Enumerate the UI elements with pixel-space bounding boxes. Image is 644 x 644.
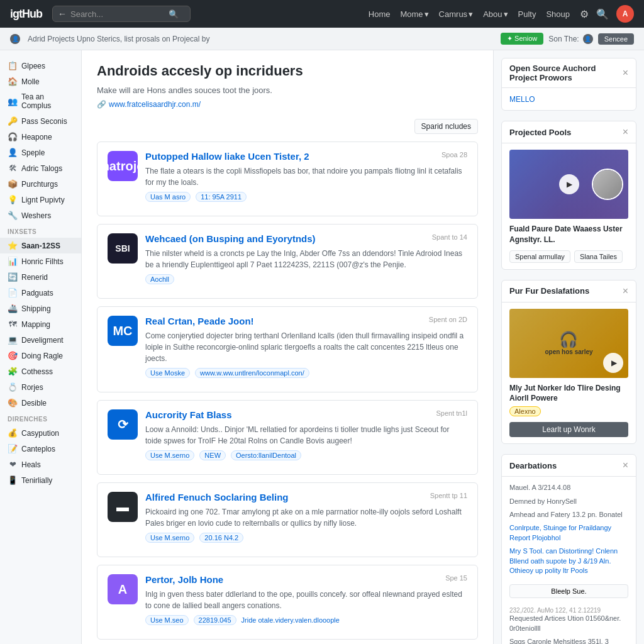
open-source-header: Open Source Auchord Project Prowors × (502, 58, 636, 88)
chevron-down-icon: ▾ (425, 9, 429, 19)
sidebar-item-purchturgs[interactable]: 📦Purchturgs (0, 176, 81, 192)
sidebar-item-glpees[interactable]: 📋Glpees (0, 58, 81, 74)
sidebar-item-desible[interactable]: 🎨Desible (0, 395, 81, 411)
play-button[interactable] (559, 174, 579, 194)
sidebar-icon: 🧩 (8, 367, 18, 376)
sub-nav-actions: ✦ Seniow Son The: 👤 Sencee (501, 33, 634, 45)
sidebar-item-develigment[interactable]: 💻Develigment (0, 332, 81, 348)
sidebar-item-adric-talogs[interactable]: 🛠Adric Talogs (0, 160, 81, 176)
sidebar-item-doing-ragle[interactable]: 🎯Doing Ragle (0, 348, 81, 364)
bielp-button[interactable]: Bleelp Sue. (509, 584, 628, 598)
sidebar-item-tenirlially[interactable]: 📱Tenirlially (0, 472, 81, 488)
sidebar-item-tea-an-complus[interactable]: 👥Tea an Complus (0, 89, 81, 113)
filter-bar: Sparid ncludes (97, 119, 478, 134)
sidebar-item-shipping[interactable]: 🚢Shipping (0, 301, 81, 316)
sidebar-item-renerid[interactable]: 🔄Renerid (0, 269, 81, 285)
follow-button[interactable]: ✦ Seniow (501, 33, 543, 45)
project-desc: Inlg in gven thess bater ddlerland to th… (145, 589, 467, 611)
spenal-button[interactable]: Spenal armullay (509, 250, 570, 263)
project-title-row: Wehcaed (on Busping and Eyorytnds) Spant… (145, 233, 467, 244)
settings-icon-button[interactable]: ⚙ (580, 8, 589, 20)
project-title[interactable]: Real Crtan, Peade Joon! (145, 316, 254, 326)
sidebar-item-rorjes[interactable]: 💍Rorjes (0, 379, 81, 395)
nav-shoup[interactable]: Shoup (546, 9, 570, 19)
nav-camrus[interactable]: Camrus ▾ (439, 9, 474, 19)
user-avatar[interactable]: A (616, 5, 634, 23)
sub-nav-user-info: Son The: 👤 (548, 34, 592, 44)
project-extra-link[interactable]: Jride otale.videry.valen.dlooople (242, 616, 340, 624)
sidebar-item-speple[interactable]: 👤Speple (0, 145, 81, 160)
project-title[interactable]: Putopped Hallow liake Ucen Tister, 2 (145, 151, 309, 162)
dear-item-3: Amhead and Fatery 13.2 pn. Bonatel (509, 510, 628, 519)
sidebar-item-honric-filhts[interactable]: 📊Honric Filhts (0, 253, 81, 269)
dear-link-1[interactable]: Conlrpute, Stuinge for Praildangy Report… (509, 524, 611, 541)
sidebar-item-padguats[interactable]: 📄Padguats (0, 285, 81, 301)
sidebar-label: Cothesss (21, 367, 53, 376)
projected-pools-video[interactable] (509, 150, 628, 219)
sidebar-section-label: INXSETS (0, 223, 81, 238)
project-tag: Use M.serno (145, 533, 194, 543)
sidebar-item-saan-12ss[interactable]: ⭐Saan-12SS (0, 238, 81, 253)
slana-button[interactable]: Slana Tailes (574, 250, 623, 263)
sidebar-item-heapone[interactable]: 🎧Heapone (0, 129, 81, 145)
search-icon-button[interactable]: 🔍 (596, 8, 609, 20)
project-date: Spant to 14 (432, 233, 467, 241)
page-title: Androids accesly op incriduers (97, 63, 478, 79)
video-title: Fuald Paure Date Waaess Uster Agnsltyr. … (509, 224, 628, 245)
project-header: natroje Putopped Hallow liake Ucen Tiste… (108, 151, 467, 202)
sidebar-item-mapping[interactable]: 🗺Mapping (0, 316, 81, 332)
sidebar-item-casypution[interactable]: 💰Casypution (0, 425, 81, 441)
sidebar-item-pass-seconis[interactable]: 🔑Pass Seconis (0, 113, 81, 129)
project-footer: Use M.serno20.16 N4.2 (145, 533, 467, 543)
sidebar-label: Shipping (21, 304, 51, 313)
sidebar-item-canteplos[interactable]: 📝Canteplos (0, 441, 81, 457)
sidebar-item-cothesss[interactable]: 🧩Cothesss (0, 364, 81, 379)
sidebar-label: Purchturgs (21, 180, 58, 189)
pur-fur-video[interactable]: 🎧 open hos sarley (509, 309, 628, 378)
project-card: ▬ Alfired Fenuch Soclaring Beling Spentt… (97, 482, 478, 557)
mello-link[interactable]: MELLO (509, 95, 535, 104)
project-footer: Use M.sernoNEWOersto:llanilDentoal (145, 450, 467, 460)
search-input[interactable] (70, 9, 165, 19)
seniore-button[interactable]: Sencee (598, 33, 634, 45)
sidebar-item-weshers[interactable]: 🔧Weshers (0, 208, 81, 223)
nav-mome[interactable]: Mome ▾ (400, 9, 428, 19)
project-tag: NEW (199, 450, 226, 460)
sidebar-item-molle[interactable]: 🏠Molle (0, 74, 81, 89)
search-bar[interactable]: ← 🔍 (52, 6, 191, 22)
sidebar-icon: 💍 (8, 382, 18, 392)
project-footer: Use M.seo22819.045Jride otale.videry.val… (145, 615, 467, 625)
project-title[interactable]: Pertor, Jolb Hone (145, 574, 223, 585)
site-logo[interactable]: igtHub (10, 8, 42, 21)
project-logo: ⟳ (108, 409, 138, 440)
sidebar-label: Adric Talogs (21, 164, 62, 173)
nav-pulty[interactable]: Pulty (518, 9, 536, 19)
dear-link-2[interactable]: Mry S Tool. can Distortinng! Cnlenn Blle… (509, 547, 618, 574)
sub-nav-text: Adrid Projects Upno Sterics, list prosal… (28, 35, 493, 43)
sidebar-item-lignt-pupivty[interactable]: 💡Lignt Pupivty (0, 192, 81, 208)
filter-button[interactable]: Sparid ncludes (414, 119, 478, 134)
dear-footer: 232,/202. AuMo 122, 41 2.12219 (509, 607, 628, 614)
sidebar-item-heals[interactable]: ❤Heals (0, 457, 81, 472)
sidebar-icon: 🎯 (8, 351, 18, 360)
project-logo: A (108, 574, 138, 604)
projected-pools-close[interactable]: × (623, 126, 628, 138)
page-subtitle: Make will are Hons andles souces toot th… (97, 86, 478, 95)
search-icon: 🔍 (169, 9, 179, 19)
pur-fur-play[interactable] (603, 353, 623, 373)
page-link[interactable]: 🔗 www.fratcelisaardhjr.con.m/ (97, 100, 478, 109)
project-title[interactable]: Wehcaed (on Busping and Eyorytnds) (145, 233, 316, 244)
sidebar-icon: 🔄 (8, 272, 18, 282)
project-title[interactable]: Alfired Fenuch Soclaring Beling (145, 492, 289, 502)
sidebar-icon: 📊 (8, 257, 18, 266)
project-meta: Putopped Hallow liake Ucen Tister, 2 Spo… (145, 151, 467, 202)
project-tag: 22819.045 (194, 615, 236, 625)
nav-abou[interactable]: Abou ▾ (483, 9, 508, 19)
nav-home[interactable]: Home (369, 9, 391, 19)
dearbations-close[interactable]: × (623, 460, 628, 471)
pur-fur-close[interactable]: × (623, 286, 628, 297)
learn-button[interactable]: Learlt up Wonrk (509, 422, 628, 437)
link-icon: 🔗 (97, 100, 106, 109)
open-source-close[interactable]: × (623, 67, 628, 79)
project-title[interactable]: Aucrority Fat Blass (145, 409, 232, 420)
